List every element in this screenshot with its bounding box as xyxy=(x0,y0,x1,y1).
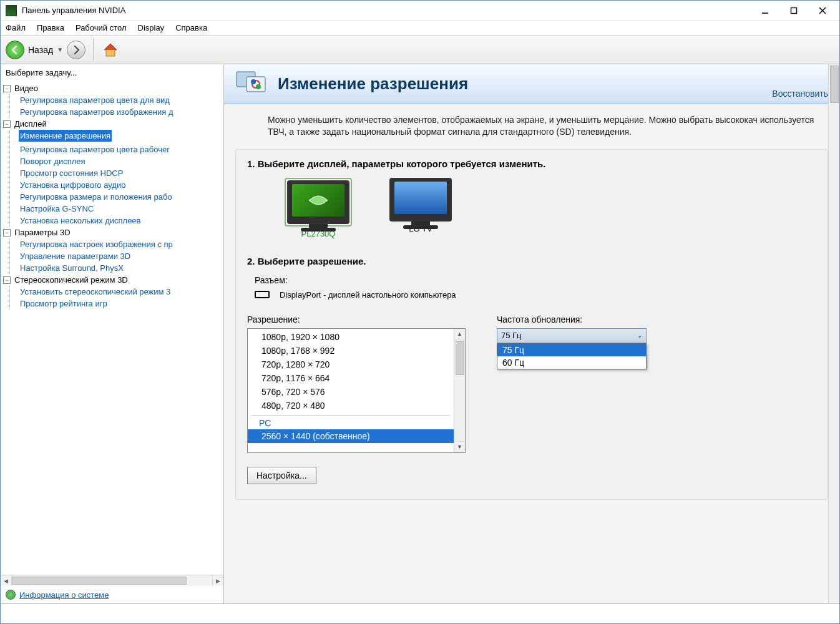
tree-group-header[interactable]: −Дисплей xyxy=(3,118,223,130)
tree-item[interactable]: Установить стереоскопический режим 3 xyxy=(19,286,223,298)
chevron-down-icon: ⌄ xyxy=(637,332,642,339)
resolution-group-label: PC xyxy=(252,415,450,429)
resolution-item[interactable]: 720p, 1280 × 720 xyxy=(248,358,454,371)
refresh-option-75[interactable]: 75 Гц xyxy=(497,344,646,356)
tree-item[interactable]: Установка цифрового аудио xyxy=(19,179,223,191)
tree-group-label: Видео xyxy=(14,84,38,93)
back-dropdown-caret[interactable]: ▼ xyxy=(57,46,63,53)
step1-heading: 1. Выберите дисплей, параметры которого … xyxy=(247,158,816,169)
scroll-thumb[interactable] xyxy=(830,66,839,103)
scroll-up-icon[interactable]: ▲ xyxy=(454,329,465,340)
tree-group-header[interactable]: −Параметры 3D xyxy=(3,227,223,238)
step2-heading: 2. Выберите разрешение. xyxy=(247,256,816,266)
tree-item[interactable]: Регулировка параметров изображения д xyxy=(19,106,223,118)
menu-display[interactable]: Display xyxy=(138,23,165,32)
tree-group-label: Параметры 3D xyxy=(14,228,71,237)
scroll-left-icon[interactable]: ◀ xyxy=(1,575,12,586)
tree-item[interactable]: Изменение разрешения xyxy=(19,130,112,142)
tree-item[interactable]: Управление параметрами 3D xyxy=(19,250,223,262)
system-info-link[interactable]: Информация о системе xyxy=(19,590,109,600)
main-vscrollbar[interactable] xyxy=(828,64,839,603)
tree-item[interactable]: Настройка G-SYNC xyxy=(19,203,223,215)
forward-button[interactable] xyxy=(67,41,85,59)
tree-collapse-icon[interactable]: − xyxy=(3,276,11,284)
close-button[interactable] xyxy=(808,1,837,20)
tree-item[interactable]: Регулировка размера и положения рабо xyxy=(19,191,223,203)
svg-rect-1 xyxy=(791,7,797,13)
nvidia-icon xyxy=(6,5,17,16)
scroll-down-icon[interactable]: ▼ xyxy=(454,441,465,452)
tree-item[interactable]: Просмотр состояния HDCP xyxy=(19,167,223,179)
resolution-label: Разрешение: xyxy=(247,314,466,324)
back-button[interactable] xyxy=(6,41,24,59)
svg-point-7 xyxy=(251,79,256,84)
page-header: Изменение разрешения Восстановить xyxy=(224,64,839,104)
settings-panel: 1. Выберите дисплей, параметры которого … xyxy=(235,149,828,500)
sidebar-hscrollbar[interactable]: ◀ ▶ xyxy=(1,575,223,586)
displayport-icon xyxy=(255,291,270,298)
svg-point-8 xyxy=(256,84,261,89)
tree-group-header[interactable]: −Видео xyxy=(3,82,223,94)
back-label: Назад xyxy=(28,45,53,55)
tree-item[interactable]: Просмотр рейтинга игр xyxy=(19,298,223,310)
tree-item[interactable]: Регулировка параметров цвета рабочег xyxy=(19,144,223,155)
tree-group-label: Стереоскопический режим 3D xyxy=(14,275,128,285)
titlebar: Панель управления NVIDIA xyxy=(1,1,839,21)
sidebar-title: Выберите задачу... xyxy=(1,64,223,81)
task-tree[interactable]: −ВидеоРегулировка параметров цвета для в… xyxy=(1,81,223,575)
resolution-item[interactable]: 720p, 1176 × 664 xyxy=(248,371,454,385)
main-panel: Изменение разрешения Восстановить Можно … xyxy=(224,64,839,603)
listbox-vscrollbar[interactable]: ▲ ▼ xyxy=(454,329,465,452)
tree-item[interactable]: Установка нескольких дисплеев xyxy=(19,215,223,227)
refresh-option-60[interactable]: 60 Гц xyxy=(497,356,646,369)
home-button[interactable] xyxy=(101,41,120,59)
page-title: Изменение разрешения xyxy=(278,74,762,94)
statusbar xyxy=(1,603,839,624)
tree-collapse-icon[interactable]: − xyxy=(3,85,11,92)
tree-item[interactable]: Поворот дисплея xyxy=(19,155,223,167)
refresh-rate-combobox[interactable]: 75 Гц ⌄ xyxy=(497,328,647,343)
scroll-thumb[interactable] xyxy=(12,577,187,585)
resolution-icon xyxy=(235,69,268,99)
refresh-rate-label: Частота обновления: xyxy=(497,314,647,324)
tree-item[interactable]: Регулировка настроек изображения с пр xyxy=(19,238,223,250)
tree-group-header[interactable]: −Стереоскопический режим 3D xyxy=(3,274,223,286)
toolbar: Назад ▼ xyxy=(1,36,839,64)
scroll-right-icon[interactable]: ▶ xyxy=(212,575,223,586)
sidebar: Выберите задачу... −ВидеоРегулировка пар… xyxy=(1,64,224,603)
resolution-item[interactable]: 576p, 720 × 576 xyxy=(248,385,454,399)
menu-edit[interactable]: Правка xyxy=(37,23,64,32)
tree-item[interactable]: Регулировка параметров цвета для вид xyxy=(19,94,223,106)
tree-group-label: Дисплей xyxy=(14,119,47,129)
display-option-lgtv[interactable]: LG TV xyxy=(389,178,452,238)
svg-rect-5 xyxy=(247,77,265,92)
display-picker: PL2730Q LG TV xyxy=(285,178,816,238)
scroll-thumb[interactable] xyxy=(456,341,464,375)
page-description: Можно уменьшить количество элементов, от… xyxy=(224,104,839,149)
maximize-button[interactable] xyxy=(779,1,808,20)
resolution-item[interactable]: 1080p, 1920 × 1080 xyxy=(248,330,454,344)
resolution-item-selected[interactable]: 2560 × 1440 (собственное) xyxy=(248,429,454,443)
minimize-button[interactable] xyxy=(751,1,779,20)
menu-desktop[interactable]: Рабочий стол xyxy=(76,23,127,32)
menubar: Файл Правка Рабочий стол Display Справка xyxy=(1,21,839,36)
sidebar-footer: Информация о системе xyxy=(1,586,223,603)
menu-file[interactable]: Файл xyxy=(6,23,26,32)
refresh-rate-dropdown[interactable]: 75 Гц 60 Гц xyxy=(497,343,647,369)
toolbar-separator xyxy=(93,39,94,61)
connector-value: DisplayPort - дисплей настольного компью… xyxy=(280,290,456,300)
tree-collapse-icon[interactable]: − xyxy=(3,120,11,128)
resolution-item[interactable]: 480p, 720 × 480 xyxy=(248,399,454,412)
menu-help[interactable]: Справка xyxy=(175,23,207,32)
resolution-listbox[interactable]: 1080p, 1920 × 10801080p, 1768 × 992720p,… xyxy=(247,328,466,453)
connector-label: Разъем: xyxy=(255,275,816,285)
resolution-item[interactable]: 1080p, 1768 × 992 xyxy=(248,344,454,358)
info-icon xyxy=(6,590,16,600)
tree-collapse-icon[interactable]: − xyxy=(3,229,11,236)
display-option-pl2730q[interactable]: PL2730Q xyxy=(285,178,352,238)
refresh-rate-value: 75 Гц xyxy=(501,331,522,340)
restore-link[interactable]: Восстановить xyxy=(772,89,828,104)
customize-button[interactable]: Настройка... xyxy=(247,467,316,484)
window-title: Панель управления NVIDIA xyxy=(22,6,751,15)
tree-item[interactable]: Настройка Surround, PhysX xyxy=(19,262,223,274)
